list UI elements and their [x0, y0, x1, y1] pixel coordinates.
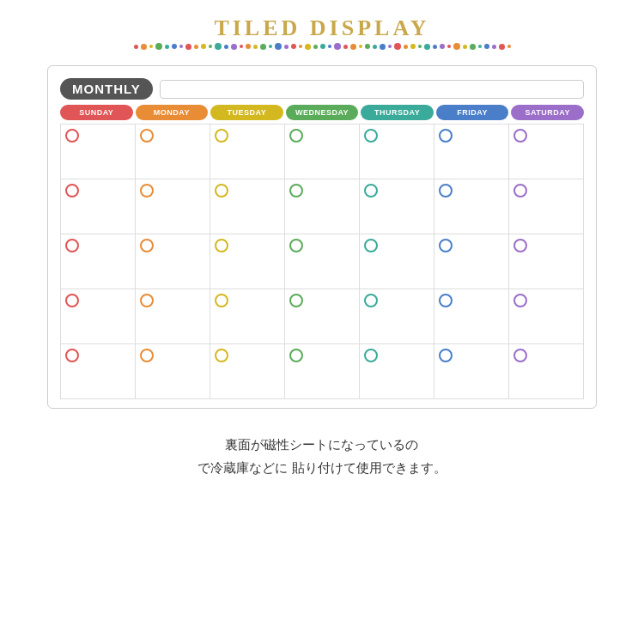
day-badge-thursday: THURSDAY [361, 105, 434, 120]
cal-cell [136, 125, 210, 179]
footer-line2: で冷蔵庫などに 貼り付けて使用できます。 [197, 456, 446, 479]
cal-cell [210, 179, 285, 234]
cal-cell [434, 234, 509, 289]
cal-cell [136, 234, 210, 289]
cal-cell [136, 179, 210, 234]
cal-cell [61, 125, 136, 179]
page-title: TILED DISPLAY [0, 15, 644, 41]
footer-text: 裏面が磁性シートになっているの で冷蔵庫などに 貼り付けて使用できます。 [197, 433, 446, 479]
date-circle [513, 129, 527, 143]
calendar-header-row: MONTHLY [60, 78, 584, 100]
page-header: TILED DISPLAY [0, 0, 644, 41]
cal-cell [285, 234, 360, 289]
dot-decoration [21, 43, 623, 50]
footer-line1: 裏面が磁性シートになっているの [197, 433, 446, 456]
cal-cell [509, 344, 584, 399]
cal-cell [509, 179, 584, 234]
cal-cell [360, 344, 434, 399]
day-badge-tuesday: TUESDAY [210, 105, 283, 120]
cal-cell [210, 125, 285, 179]
date-circle [140, 294, 154, 307]
date-circle [140, 184, 154, 197]
date-circle [364, 349, 378, 362]
cal-cell [136, 289, 210, 344]
date-circle [289, 294, 303, 307]
cal-cell [61, 289, 136, 344]
cal-cell [360, 179, 434, 234]
date-circle [65, 129, 79, 143]
cal-cell [61, 179, 136, 234]
date-circle [215, 349, 228, 362]
date-circle [289, 129, 303, 143]
cal-cell [509, 289, 584, 344]
cal-cell [509, 125, 584, 179]
date-circle [439, 184, 453, 197]
calendar-card: MONTHLY SUNDAYMONDAYTUESDAYWEDNESDAYTHUR… [47, 65, 597, 409]
cal-cell [434, 125, 509, 179]
day-badge-wednesday: WEDNESDAY [286, 105, 359, 120]
calendar-grid [60, 124, 584, 399]
date-circle [215, 294, 228, 307]
day-headers: SUNDAYMONDAYTUESDAYWEDNESDAYTHURSDAYFRID… [60, 105, 584, 120]
cal-cell [61, 344, 136, 399]
date-circle [439, 129, 453, 143]
date-circle [439, 294, 453, 307]
date-circle [289, 184, 303, 197]
date-circle [513, 184, 527, 197]
day-badge-saturday: SATURDAY [511, 105, 584, 120]
cal-cell [509, 234, 584, 289]
cal-cell [360, 234, 434, 289]
date-circle [65, 239, 79, 252]
cal-cell [210, 289, 285, 344]
cal-cell [210, 344, 285, 399]
date-circle [215, 239, 228, 252]
date-circle [513, 349, 527, 362]
day-badge-monday: MONDAY [136, 105, 209, 120]
date-circle [439, 239, 453, 252]
day-badge-friday: FRIDAY [436, 105, 509, 120]
cal-cell [434, 179, 509, 234]
date-circle [289, 349, 303, 362]
date-circle [215, 184, 228, 197]
date-circle [65, 349, 79, 362]
cal-cell [285, 179, 360, 234]
cal-cell [285, 125, 360, 179]
date-circle [140, 129, 154, 143]
cal-cell [285, 289, 360, 344]
date-circle [364, 239, 378, 252]
date-circle [364, 129, 378, 143]
cal-cell [360, 289, 434, 344]
date-circle [65, 184, 79, 197]
cal-cell [136, 344, 210, 399]
day-badge-sunday: SUNDAY [60, 105, 133, 120]
date-circle [140, 349, 154, 362]
date-circle [215, 129, 228, 143]
date-circle [289, 239, 303, 252]
date-circle [439, 349, 453, 362]
month-input-line[interactable] [160, 80, 584, 99]
cal-cell [434, 289, 509, 344]
date-circle [513, 294, 527, 307]
cal-cell [61, 234, 136, 289]
date-circle [513, 239, 527, 252]
date-circle [364, 184, 378, 197]
cal-cell [210, 234, 285, 289]
monthly-badge: MONTHLY [60, 78, 153, 100]
date-circle [65, 294, 79, 307]
date-circle [364, 294, 378, 307]
cal-cell [360, 125, 434, 179]
cal-cell [285, 344, 360, 399]
cal-cell [434, 344, 509, 399]
date-circle [140, 239, 154, 252]
